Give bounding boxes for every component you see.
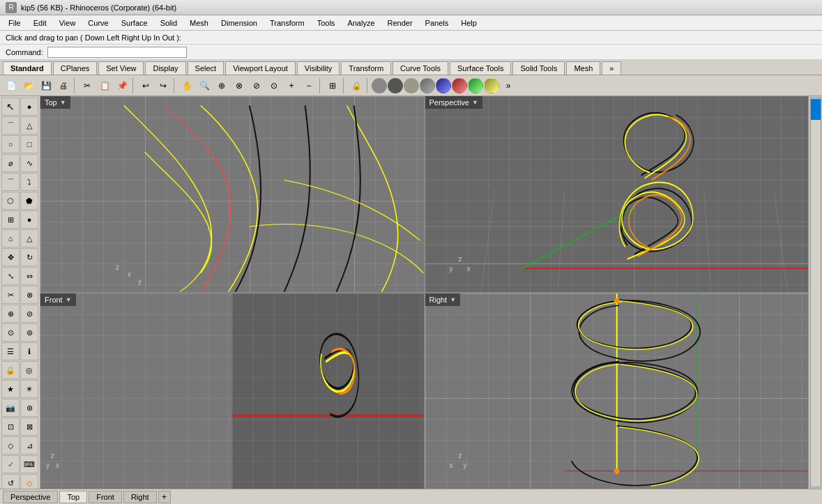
eraser-tool[interactable]: ◇ <box>20 474 38 489</box>
snap-button[interactable]: 🔒 <box>348 77 365 94</box>
point-tool[interactable]: ● <box>20 98 38 116</box>
command-input[interactable] <box>47 47 187 58</box>
bottom-tab-front[interactable]: Front <box>89 491 122 503</box>
bottom-tab-top[interactable]: Top <box>59 491 87 503</box>
top-viewport[interactable]: Top ▼ x y z <box>40 96 424 292</box>
tab-select[interactable]: Select <box>188 61 224 75</box>
cut-button[interactable]: ✂ <box>79 77 96 94</box>
ungroup-tool[interactable]: ⊚ <box>20 323 38 342</box>
zoom-all[interactable]: ⊙ <box>266 77 282 94</box>
select-tool[interactable]: ↖ <box>1 98 20 116</box>
copy-button[interactable]: 📋 <box>96 77 113 94</box>
walk-tool[interactable]: ⊛ <box>20 399 38 417</box>
group-tool[interactable]: ⊙ <box>1 323 20 342</box>
more-tools[interactable]: » <box>500 77 517 94</box>
check-tool[interactable]: ✓ <box>1 455 20 473</box>
offset-tool[interactable]: ⤵ <box>20 173 38 191</box>
zoom-sel[interactable]: ⊘ <box>248 77 265 94</box>
script-tool[interactable]: ⌨ <box>20 455 38 473</box>
trim-tool[interactable]: ✂ <box>1 286 20 304</box>
zoom-out[interactable]: − <box>300 77 317 94</box>
hide-tool[interactable]: ◎ <box>20 361 38 379</box>
material-btn5[interactable] <box>436 78 451 93</box>
mirror-tool[interactable]: ⇔ <box>20 267 38 285</box>
menu-dimension[interactable]: Dimension <box>215 17 263 29</box>
curve-tool[interactable]: ⌒ <box>1 116 20 135</box>
redo-button[interactable]: ↪ <box>155 77 172 94</box>
right-viewport-header[interactable]: Right ▼ <box>425 293 461 306</box>
camera-tool[interactable]: 📷 <box>1 399 20 417</box>
zoom-in[interactable]: + <box>283 77 300 94</box>
open-button[interactable]: 📂 <box>20 77 37 94</box>
join-tool[interactable]: ⊕ <box>1 305 20 323</box>
rotate3d-tool[interactable]: ↺ <box>1 474 20 489</box>
menu-help[interactable]: Help <box>455 17 482 29</box>
material-btn7[interactable] <box>468 78 483 93</box>
persp-dropdown-arrow[interactable]: ▼ <box>472 99 478 106</box>
right-scroll-thumb[interactable] <box>811 99 821 120</box>
material-btn8[interactable] <box>484 78 499 93</box>
top-viewport-header[interactable]: Top ▼ <box>40 96 70 109</box>
bottom-tab-right[interactable]: Right <box>123 491 157 503</box>
render-tool[interactable]: ★ <box>1 380 20 398</box>
circle-tool[interactable]: ○ <box>1 135 20 153</box>
cone-tool[interactable]: △ <box>20 229 38 247</box>
ortho-tool[interactable]: ⊿ <box>20 436 38 455</box>
bottom-tab-perspective[interactable]: Perspective <box>3 491 58 503</box>
tab-surface-tools[interactable]: Surface Tools <box>450 61 511 75</box>
print-button[interactable]: 🖨 <box>55 77 72 94</box>
snap-on[interactable]: ⊡ <box>1 418 20 436</box>
menu-panels[interactable]: Panels <box>420 17 455 29</box>
tab-viewport-layout[interactable]: Viewport Layout <box>225 61 296 75</box>
tab-solid-tools[interactable]: Solid Tools <box>512 61 565 75</box>
front-viewport-header[interactable]: Front ▼ <box>40 293 76 306</box>
menu-mesh[interactable]: Mesh <box>184 17 214 29</box>
persp-viewport-header[interactable]: Perspective ▼ <box>425 96 482 109</box>
scale-tool[interactable]: ⤡ <box>1 267 20 285</box>
rotate-tool[interactable]: ↻ <box>20 248 38 266</box>
tab-transform[interactable]: Transform <box>341 61 391 75</box>
explode-tool[interactable]: ⊘ <box>20 305 38 323</box>
menu-view[interactable]: View <box>54 17 82 29</box>
new-button[interactable]: 📄 <box>3 77 20 94</box>
poly-tool[interactable]: △ <box>20 116 38 135</box>
spline-tool[interactable]: ∿ <box>20 154 38 172</box>
tab-mesh[interactable]: Mesh <box>566 61 600 75</box>
cylinder-tool[interactable]: ⌂ <box>1 229 20 247</box>
bottom-tab-add[interactable]: + <box>158 491 171 503</box>
split-tool[interactable]: ⊗ <box>20 286 38 304</box>
menu-analyze[interactable]: Analyze <box>342 17 380 29</box>
tab-display[interactable]: Display <box>145 61 185 75</box>
snap-off[interactable]: ⊠ <box>20 418 38 436</box>
surface-tool[interactable]: ⬡ <box>1 192 20 210</box>
tab-more[interactable]: » <box>602 61 621 75</box>
lock-tool[interactable]: 🔒 <box>1 361 20 379</box>
fillet-tool[interactable]: ⌒ <box>1 173 20 191</box>
material-btn6[interactable] <box>452 78 467 93</box>
material-btn2[interactable] <box>388 78 403 93</box>
menu-tools[interactable]: Tools <box>312 17 341 29</box>
menu-edit[interactable]: Edit <box>28 17 52 29</box>
zoom-button[interactable]: 🔍 <box>196 77 213 94</box>
perspective-viewport[interactable]: Perspective ▼ z y x <box>425 96 809 292</box>
pan-button[interactable]: ✋ <box>178 77 195 94</box>
material-btn4[interactable] <box>420 78 435 93</box>
tab-standard[interactable]: Standard <box>3 61 52 75</box>
rect-tool[interactable]: □ <box>20 135 38 153</box>
front-dropdown-arrow[interactable]: ▼ <box>66 296 72 303</box>
light-tool[interactable]: ☀ <box>20 380 38 398</box>
right-scrollbar[interactable] <box>810 98 821 487</box>
grid-button[interactable]: ⊞ <box>324 77 341 94</box>
paste-button[interactable]: 📌 <box>114 77 130 94</box>
mesh-tool[interactable]: ⬟ <box>20 192 38 210</box>
right-viewport[interactable]: Right ▼ <box>425 293 809 489</box>
menu-file[interactable]: File <box>3 17 26 29</box>
save-button[interactable]: 💾 <box>38 77 54 94</box>
tab-curve-tools[interactable]: Curve Tools <box>393 61 448 75</box>
layer-tool[interactable]: ☰ <box>1 342 20 360</box>
menu-render[interactable]: Render <box>382 17 418 29</box>
box-tool[interactable]: ⊞ <box>1 211 20 229</box>
right-dropdown-arrow[interactable]: ▼ <box>450 296 456 303</box>
props-tool[interactable]: ℹ <box>20 342 38 360</box>
menu-surface[interactable]: Surface <box>116 17 153 29</box>
